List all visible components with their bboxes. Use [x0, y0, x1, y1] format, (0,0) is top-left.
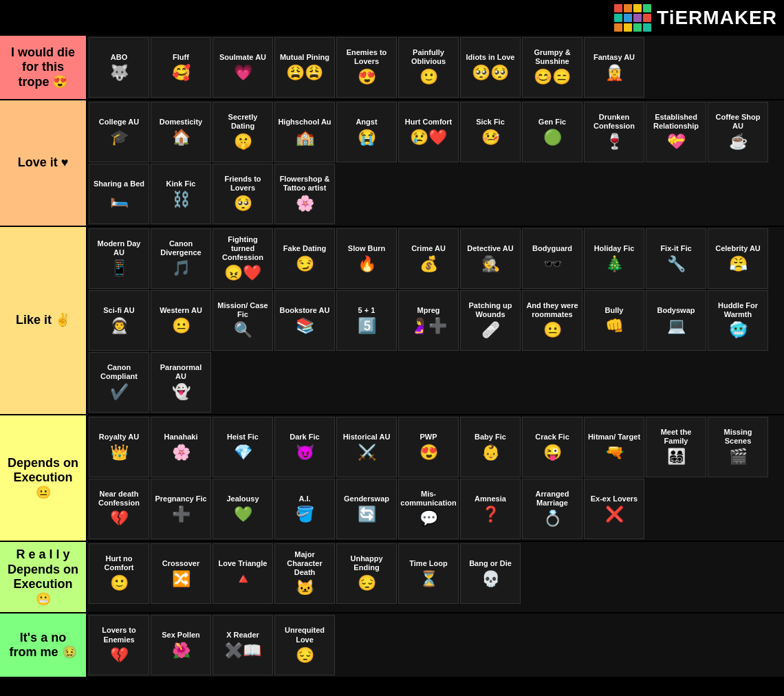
list-item[interactable]: 5 + 15️⃣ — [336, 290, 397, 351]
list-item[interactable]: Fluff🥰 — [151, 37, 211, 98]
card-emoji: 😭 — [358, 129, 376, 146]
list-item[interactable]: Crossover🔀 — [151, 543, 211, 604]
list-item[interactable]: Bang or Die💀 — [460, 543, 521, 604]
tier-row-a: Love it ♥College AU🎓Domesticity🏠Secretly… — [0, 100, 784, 227]
list-item[interactable]: Modern Day AU📱 — [89, 228, 149, 289]
list-item[interactable]: Unhappy Ending😔 — [336, 543, 397, 604]
tier-label-f: It's a no from me 🤢 — [0, 613, 87, 677]
list-item[interactable]: Kink Fic⛓️ — [151, 164, 211, 224]
list-item[interactable]: Unrequited Love😔 — [274, 615, 335, 675]
list-item[interactable]: Huddle For Warmth🥶 — [708, 290, 768, 351]
list-item[interactable]: Amnesia❓ — [460, 479, 521, 539]
list-item[interactable]: Heist Fic💎 — [213, 417, 273, 477]
card-title: Angst — [356, 118, 377, 127]
list-item[interactable]: Meet the Family👨‍👩‍👧‍👦 — [646, 417, 706, 477]
card-emoji: 🏫 — [296, 129, 314, 146]
list-item[interactable]: Historical AU⚔️ — [336, 417, 397, 477]
list-item[interactable]: Sex Pollen🌺 — [151, 615, 211, 675]
list-item[interactable]: Domesticity🏠 — [151, 102, 211, 162]
list-item[interactable]: Lovers to Enemies💔 — [89, 615, 149, 675]
list-item[interactable]: Sick Fic🤒 — [460, 102, 521, 162]
card-title: Grumpy & Sunshine — [525, 48, 579, 66]
card-emoji: 👶 — [481, 444, 500, 461]
card-emoji: 😔 — [358, 574, 376, 592]
list-item[interactable]: Dark Fic😈 — [274, 417, 335, 477]
list-item[interactable]: Hurt no Comfort🙂 — [89, 543, 149, 604]
list-item[interactable]: College AU🎓 — [89, 102, 149, 162]
list-item[interactable]: Western AU😐 — [151, 290, 211, 351]
list-item[interactable]: Hanahaki🌸 — [151, 417, 211, 477]
list-item[interactable]: A.I.🪣 — [274, 479, 335, 539]
list-item[interactable]: Patching up Wounds🩹 — [460, 290, 521, 351]
list-item[interactable]: Mutual Pining😩😩 — [274, 37, 335, 98]
list-item[interactable]: Hurt Comfort😢❤️ — [398, 102, 459, 162]
list-item[interactable]: Royalty AU👑 — [89, 417, 149, 477]
list-item[interactable]: Genderswap🔄 — [336, 479, 397, 539]
list-item[interactable]: Canon Compliant✔️ — [89, 352, 149, 413]
list-item[interactable]: Mis-communication💬 — [398, 479, 459, 539]
list-item[interactable]: Angst😭 — [336, 102, 397, 162]
card-title: Hanahaki — [164, 433, 198, 442]
list-item[interactable]: Bodyguard🕶️ — [522, 228, 582, 289]
list-item[interactable]: Flowershop & Tattoo artist🌸 — [274, 164, 335, 224]
list-item[interactable]: Fix-it Fic🔧 — [646, 228, 706, 289]
list-item[interactable]: ABO🐺 — [89, 37, 149, 98]
list-item[interactable]: Established Relationship💝 — [646, 102, 706, 162]
list-item[interactable]: Sharing a Bed🛏️ — [89, 164, 149, 224]
list-item[interactable]: Missing Scenes🎬 — [708, 417, 768, 477]
list-item[interactable]: Detective AU🕵️ — [460, 228, 521, 289]
list-item[interactable]: Holiday Fic🎄 — [584, 228, 644, 289]
list-item[interactable]: Idiots in Love🥺🥺 — [460, 37, 521, 98]
list-item[interactable]: Bodyswap💻 — [646, 290, 706, 351]
list-item[interactable]: Secretly Dating🤫 — [213, 102, 273, 162]
list-item[interactable]: Love Triangle🔺 — [213, 543, 273, 604]
list-item[interactable]: Paranormal AU👻 — [151, 352, 211, 413]
list-item[interactable]: Ex-ex Lovers❌ — [584, 479, 644, 539]
list-item[interactable]: Enemies to Lovers😍 — [336, 37, 397, 98]
list-item[interactable]: Gen Fic🟢 — [522, 102, 582, 162]
card-emoji: 💔 — [110, 510, 129, 528]
list-item[interactable]: Highschool Au🏫 — [274, 102, 335, 162]
list-item[interactable]: Major Character Death🐱 — [274, 543, 335, 604]
list-item[interactable]: X Reader✖️📖 — [213, 615, 273, 675]
list-item[interactable]: Bully👊 — [584, 290, 644, 351]
list-item[interactable]: Soulmate AU💗 — [213, 37, 273, 98]
card-emoji: 😐 — [543, 321, 562, 339]
card-emoji: 🔫 — [605, 444, 624, 461]
list-item[interactable]: Fake Dating😏 — [274, 228, 335, 289]
list-item[interactable]: Canon Divergence🎵 — [151, 228, 211, 289]
list-item[interactable]: Pregnancy Fic➕ — [151, 479, 211, 539]
list-item[interactable]: Coffee Shop AU☕ — [708, 102, 768, 162]
list-item[interactable]: Baby Fic👶 — [460, 417, 521, 477]
list-item[interactable]: Painfully Oblivious🙂 — [398, 37, 459, 98]
list-item[interactable]: Time Loop⏳ — [398, 543, 459, 604]
list-item[interactable]: Grumpy & Sunshine😊😑 — [522, 37, 582, 98]
list-item[interactable]: Jealousy💚 — [213, 479, 273, 539]
card-title: Love Triangle — [219, 559, 268, 568]
list-item[interactable]: Near death Confession💔 — [89, 479, 149, 539]
list-item[interactable]: Crime AU💰 — [398, 228, 459, 289]
card-emoji: 📱 — [110, 259, 129, 277]
list-item[interactable]: Slow Burn🔥 — [336, 228, 397, 289]
list-item[interactable]: Mpreg🤰➕ — [398, 290, 459, 351]
list-item[interactable]: Celebrity AU😤 — [708, 228, 768, 289]
list-item[interactable]: Fantasy AU🧝 — [584, 37, 644, 98]
list-item[interactable]: Drunken Confession🍷 — [584, 102, 644, 162]
list-item[interactable]: And they were roommates😐 — [522, 290, 582, 351]
logo-grid — [614, 4, 651, 32]
list-item[interactable]: Fighting turned Confession😠❤️ — [213, 228, 273, 289]
list-item[interactable]: Hitman/ Target🔫 — [584, 417, 644, 477]
list-item[interactable]: PWP😍 — [398, 417, 459, 477]
list-item[interactable]: Sci-fi AU👨‍🚀 — [89, 290, 149, 351]
card-title: Kink Fic — [166, 180, 196, 188]
card-title: Hurt Comfort — [405, 118, 452, 127]
card-emoji: 🔀 — [172, 570, 190, 588]
list-item[interactable]: Arranged Marriage💍 — [522, 479, 582, 539]
list-item[interactable]: Mission/ Case Fic🔍 — [213, 290, 273, 351]
card-title: Soulmate AU — [219, 53, 266, 62]
card-emoji: 👊 — [605, 317, 624, 335]
list-item[interactable]: Friends to Lovers🥺 — [213, 164, 273, 224]
list-item[interactable]: Crack Fic😜 — [522, 417, 582, 477]
list-item[interactable]: Bookstore AU📚 — [274, 290, 335, 351]
card-title: Dark Fic — [290, 433, 319, 442]
